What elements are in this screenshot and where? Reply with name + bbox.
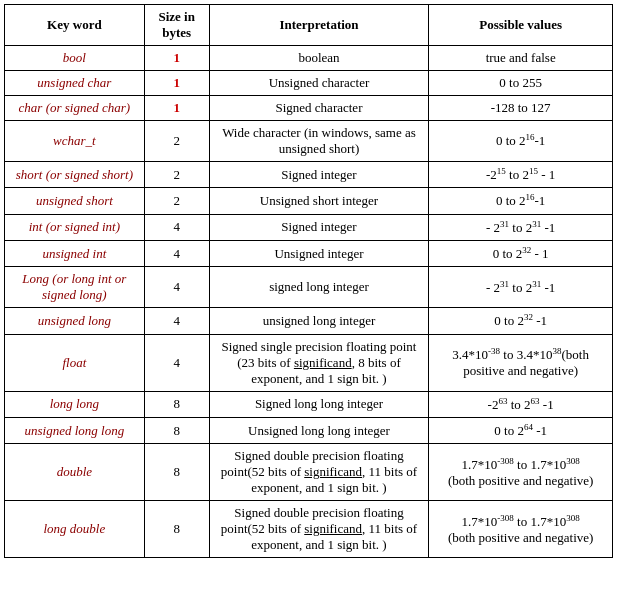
possible-cell: 0 to 255 (429, 71, 613, 96)
keyword-cell: short (or signed short) (5, 162, 145, 188)
possible-cell: 0 to 264 -1 (429, 417, 613, 443)
keyword-cell: unsigned long long (5, 417, 145, 443)
possible-cell: 0 to 216-1 (429, 188, 613, 214)
size-cell: 4 (144, 308, 209, 334)
size-cell: 1 (144, 71, 209, 96)
interp-cell: Signed double precision floating point(5… (209, 501, 429, 558)
keyword-cell: unsigned int (5, 240, 145, 266)
size-cell: 4 (144, 240, 209, 266)
interp-cell: boolean (209, 46, 429, 71)
keyword-cell: Long (or long int or signed long) (5, 267, 145, 308)
table-row: int (or signed int) 4 Signed integer - 2… (5, 214, 613, 240)
keyword-cell: unsigned long (5, 308, 145, 334)
interp-cell: Unsigned short integer (209, 188, 429, 214)
size-cell: 8 (144, 444, 209, 501)
keyword-cell: wchar_t (5, 121, 145, 162)
interp-cell: Signed character (209, 96, 429, 121)
data-types-table: Key word Size in bytes Interpretation Po… (4, 4, 613, 558)
size-cell: 2 (144, 188, 209, 214)
possible-cell: 0 to 216-1 (429, 121, 613, 162)
table-row: unsigned long 4 unsigned long integer 0 … (5, 308, 613, 334)
size-cell: 8 (144, 501, 209, 558)
table-row: unsigned short 2 Unsigned short integer … (5, 188, 613, 214)
header-possible-values: Possible values (429, 5, 613, 46)
interp-cell: Signed integer (209, 214, 429, 240)
possible-cell: 1.7*10-308 to 1.7*10308(both positive an… (429, 501, 613, 558)
size-cell: 1 (144, 96, 209, 121)
table-row: long long 8 Signed long long integer -26… (5, 391, 613, 417)
possible-cell: -263 to 263 -1 (429, 391, 613, 417)
keyword-cell: int (or signed int) (5, 214, 145, 240)
table-row: unsigned char 1 Unsigned character 0 to … (5, 71, 613, 96)
size-cell: 8 (144, 417, 209, 443)
table-row: float 4 Signed single precision floating… (5, 334, 613, 391)
possible-cell: 0 to 232 - 1 (429, 240, 613, 266)
header-size: Size in bytes (144, 5, 209, 46)
interp-cell: Signed long long integer (209, 391, 429, 417)
table-row: double 8 Signed double precision floatin… (5, 444, 613, 501)
table-row: bool 1 boolean true and false (5, 46, 613, 71)
keyword-cell: unsigned char (5, 71, 145, 96)
interp-cell: Unsigned character (209, 71, 429, 96)
size-cell: 1 (144, 46, 209, 71)
keyword-cell: double (5, 444, 145, 501)
interp-cell: Unsigned integer (209, 240, 429, 266)
possible-cell: 1.7*10-308 to 1.7*10308(both positive an… (429, 444, 613, 501)
table-row: short (or signed short) 2 Signed integer… (5, 162, 613, 188)
table-row: unsigned long long 8 Unsigned long long … (5, 417, 613, 443)
size-cell: 2 (144, 162, 209, 188)
possible-cell: - 231 to 231 -1 (429, 267, 613, 308)
size-cell: 8 (144, 391, 209, 417)
possible-cell: -128 to 127 (429, 96, 613, 121)
table-row: unsigned int 4 Unsigned integer 0 to 232… (5, 240, 613, 266)
interp-cell: unsigned long integer (209, 308, 429, 334)
table-row: char (or signed char) 1 Signed character… (5, 96, 613, 121)
size-cell: 4 (144, 267, 209, 308)
interp-cell: Signed double precision floating point(5… (209, 444, 429, 501)
table-row: wchar_t 2 Wide character (in windows, sa… (5, 121, 613, 162)
size-cell: 4 (144, 334, 209, 391)
possible-cell: 3.4*10-38 to 3.4*1038(both positive and … (429, 334, 613, 391)
size-cell: 2 (144, 121, 209, 162)
table-row: long double 8 Signed double precision fl… (5, 501, 613, 558)
possible-cell: true and false (429, 46, 613, 71)
keyword-cell: long double (5, 501, 145, 558)
possible-cell: - 231 to 231 -1 (429, 214, 613, 240)
interp-cell: Unsigned long long integer (209, 417, 429, 443)
keyword-cell: long long (5, 391, 145, 417)
size-cell: 4 (144, 214, 209, 240)
table-row: Long (or long int or signed long) 4 sign… (5, 267, 613, 308)
interp-cell: Signed integer (209, 162, 429, 188)
interp-cell: signed long integer (209, 267, 429, 308)
keyword-cell: char (or signed char) (5, 96, 145, 121)
interp-cell: Signed single precision floating point (… (209, 334, 429, 391)
interp-cell: Wide character (in windows, same as unsi… (209, 121, 429, 162)
keyword-cell: float (5, 334, 145, 391)
keyword-cell: unsigned short (5, 188, 145, 214)
header-keyword: Key word (5, 5, 145, 46)
header-interpretation: Interpretation (209, 5, 429, 46)
possible-cell: -215 to 215 - 1 (429, 162, 613, 188)
keyword-cell: bool (5, 46, 145, 71)
possible-cell: 0 to 232 -1 (429, 308, 613, 334)
